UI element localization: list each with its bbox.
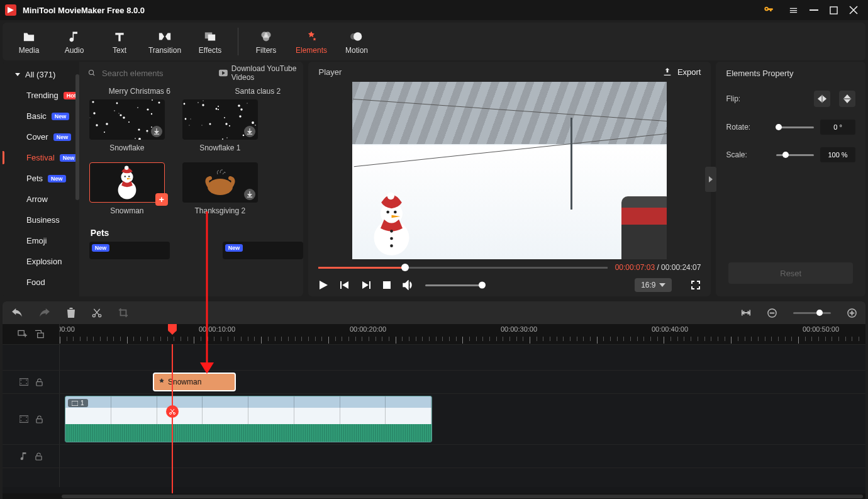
- timeline-ruler[interactable]: 00:0000:00:10:0000:00:20:0000:00:30:0000…: [60, 324, 865, 344]
- track-audio[interactable]: [60, 445, 865, 468]
- timeline-element-clip[interactable]: Snowman: [153, 373, 236, 391]
- flip-vertical-button[interactable]: [839, 91, 855, 107]
- svg-point-73: [387, 211, 390, 214]
- svg-point-31: [128, 121, 130, 123]
- reset-button[interactable]: Reset: [728, 262, 853, 284]
- zoom-slider[interactable]: [793, 312, 831, 314]
- sidebar-item-emoji[interactable]: Emoji: [3, 230, 79, 251]
- svg-rect-102: [19, 416, 28, 423]
- youtube-download-link[interactable]: Download YouTube Videos: [219, 64, 303, 82]
- volume-icon[interactable]: [403, 280, 414, 290]
- tab-audio[interactable]: Audio: [52, 23, 97, 60]
- svg-point-62: [218, 109, 219, 110]
- ruler-label: 00:00:30:00: [501, 325, 537, 333]
- lock-icon[interactable]: [36, 378, 43, 386]
- add-track-below-icon[interactable]: [35, 330, 44, 339]
- svg-point-30: [158, 102, 160, 104]
- svg-point-26: [147, 133, 147, 133]
- split-button[interactable]: [92, 308, 102, 318]
- element-thumb[interactable]: +: [89, 162, 165, 203]
- sidebar-item-pets[interactable]: PetsNew: [3, 168, 79, 189]
- track-video[interactable]: 1: [60, 394, 865, 444]
- svg-rect-111: [36, 456, 42, 459]
- sidebar-item-business[interactable]: Business: [3, 210, 79, 230]
- tab-media[interactable]: Media: [6, 23, 52, 60]
- add-element-button[interactable]: +: [155, 193, 168, 206]
- svg-point-74: [394, 211, 397, 214]
- svg-rect-101: [36, 381, 42, 385]
- sidebar-all[interactable]: All (371): [3, 64, 79, 85]
- element-thumb[interactable]: New: [223, 242, 303, 259]
- timeline-panel: 00:0000:00:10:0000:00:20:0000:00:30:0000…: [3, 301, 865, 499]
- player-panel: Player Export: [308, 62, 711, 296]
- sidebar-item-arrow[interactable]: Arrow: [3, 189, 79, 210]
- crop-button[interactable]: [118, 308, 128, 318]
- playhead-handle[interactable]: [168, 324, 177, 332]
- play-button[interactable]: [318, 280, 328, 290]
- seek-bar[interactable]: [318, 267, 607, 269]
- rotate-value[interactable]: [820, 120, 855, 135]
- minimize-icon[interactable]: [810, 6, 818, 14]
- menu-icon[interactable]: [789, 6, 798, 15]
- properties-panel: Elements Property Flip: Rotate: Scale: R…: [716, 62, 865, 296]
- timeline-video-clip[interactable]: 1: [65, 396, 432, 442]
- sidebar-item-explosion[interactable]: Explosion: [3, 251, 79, 272]
- svg-marker-0: [8, 7, 14, 13]
- download-icon[interactable]: [244, 189, 255, 200]
- zoom-out-button[interactable]: [767, 308, 777, 318]
- download-icon[interactable]: [244, 126, 255, 137]
- rotate-slider[interactable]: [776, 126, 814, 128]
- lock-icon[interactable]: [36, 415, 43, 423]
- tab-text[interactable]: Text: [97, 23, 142, 60]
- zoom-in-button[interactable]: [847, 308, 857, 318]
- timeline-fit-button[interactable]: [741, 308, 751, 318]
- element-thumb[interactable]: New: [89, 242, 170, 259]
- scale-slider[interactable]: [776, 154, 814, 156]
- stop-button[interactable]: [382, 281, 391, 289]
- add-track-above-icon[interactable]: [18, 330, 27, 339]
- tab-elements[interactable]: Elements: [289, 23, 334, 60]
- aspect-ratio-select[interactable]: 16:9: [635, 278, 672, 292]
- undo-button[interactable]: [11, 308, 23, 317]
- svg-point-19: [114, 110, 114, 111]
- split-marker[interactable]: [166, 405, 179, 418]
- sidebar-item-trending[interactable]: TrendingHot: [3, 85, 79, 106]
- tab-effects[interactable]: Effects: [187, 23, 233, 60]
- download-icon[interactable]: [151, 126, 162, 137]
- fullscreen-button[interactable]: [691, 280, 701, 290]
- timeline-hscroll[interactable]: [3, 493, 865, 499]
- element-thumb[interactable]: [182, 99, 258, 140]
- close-icon[interactable]: [849, 6, 858, 14]
- tab-filters[interactable]: Filters: [243, 23, 289, 60]
- svg-rect-99: [26, 380, 26, 381]
- collapse-properties-button[interactable]: [705, 167, 716, 192]
- maximize-icon[interactable]: [830, 6, 838, 14]
- scale-value[interactable]: [820, 147, 855, 162]
- svg-point-13: [96, 124, 97, 126]
- element-thumb[interactable]: [89, 99, 165, 140]
- sidebar-item-festival[interactable]: FestivalNew: [3, 147, 79, 168]
- flip-horizontal-button[interactable]: [814, 91, 830, 107]
- next-frame-button[interactable]: [361, 280, 371, 290]
- element-thumb[interactable]: [182, 162, 258, 203]
- element-label: Santa claus 2: [208, 84, 304, 96]
- tab-transition[interactable]: Transition: [142, 23, 187, 60]
- clip-index-badge: 1: [68, 399, 88, 407]
- delete-button[interactable]: [67, 308, 75, 318]
- tab-motion[interactable]: Motion: [334, 23, 379, 60]
- redo-button[interactable]: [39, 308, 50, 317]
- sidebar-item-food[interactable]: Food: [3, 272, 79, 293]
- preview-canvas[interactable]: [352, 82, 667, 259]
- volume-slider[interactable]: [425, 284, 482, 286]
- search-input[interactable]: [101, 68, 209, 79]
- element-label: Snowman: [89, 206, 165, 215]
- sidebar-item-cover[interactable]: CoverNew: [3, 126, 79, 147]
- lock-icon[interactable]: [35, 452, 42, 461]
- track-elements[interactable]: Snowman: [60, 371, 865, 393]
- svg-point-45: [203, 100, 203, 101]
- ruler-label: 00:00:40:00: [652, 325, 688, 333]
- export-button[interactable]: Export: [662, 67, 701, 77]
- upgrade-key-icon[interactable]: [764, 5, 774, 15]
- sidebar-item-basic[interactable]: BasicNew: [3, 106, 79, 126]
- prev-frame-button[interactable]: [340, 280, 350, 290]
